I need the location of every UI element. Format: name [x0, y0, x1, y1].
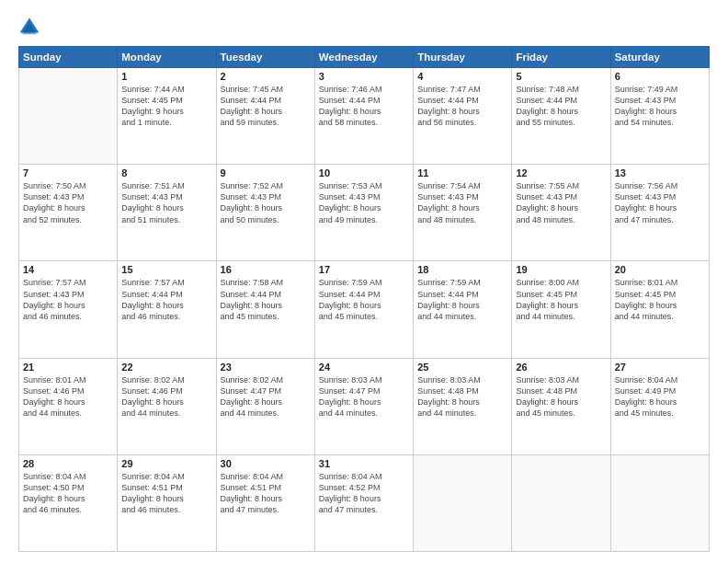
day-info: Sunrise: 7:50 AM Sunset: 4:43 PM Dayligh… — [23, 180, 113, 225]
day-number: 6 — [615, 71, 705, 82]
day-number: 30 — [221, 458, 311, 469]
calendar-cell: 26Sunrise: 8:03 AM Sunset: 4:48 PM Dayli… — [512, 358, 610, 454]
day-info: Sunrise: 8:02 AM Sunset: 4:47 PM Dayligh… — [221, 374, 311, 419]
day-header-saturday: Saturday — [610, 47, 709, 68]
calendar-cell: 21Sunrise: 8:01 AM Sunset: 4:46 PM Dayli… — [19, 358, 118, 454]
day-number: 27 — [615, 362, 705, 373]
day-info: Sunrise: 8:04 AM Sunset: 4:51 PM Dayligh… — [121, 471, 211, 516]
day-number: 10 — [319, 167, 409, 178]
day-info: Sunrise: 8:04 AM Sunset: 4:52 PM Dayligh… — [319, 471, 409, 516]
day-number: 13 — [615, 167, 705, 178]
day-info: Sunrise: 7:47 AM Sunset: 4:44 PM Dayligh… — [417, 84, 507, 129]
calendar-cell: 22Sunrise: 8:02 AM Sunset: 4:46 PM Dayli… — [118, 358, 216, 454]
day-number: 5 — [516, 71, 606, 82]
calendar-cell: 29Sunrise: 8:04 AM Sunset: 4:51 PM Dayli… — [118, 454, 216, 551]
day-number: 17 — [319, 264, 409, 275]
day-info: Sunrise: 8:03 AM Sunset: 4:48 PM Dayligh… — [417, 374, 507, 419]
calendar-week-row: 21Sunrise: 8:01 AM Sunset: 4:46 PM Dayli… — [19, 358, 710, 454]
day-info: Sunrise: 7:53 AM Sunset: 4:43 PM Dayligh… — [319, 180, 409, 225]
day-info: Sunrise: 8:01 AM Sunset: 4:46 PM Dayligh… — [23, 374, 113, 419]
calendar-week-row: 1Sunrise: 7:44 AM Sunset: 4:45 PM Daylig… — [19, 68, 710, 165]
calendar-week-row: 14Sunrise: 7:57 AM Sunset: 4:43 PM Dayli… — [19, 261, 710, 358]
day-info: Sunrise: 8:03 AM Sunset: 4:48 PM Dayligh… — [516, 374, 606, 419]
day-number: 21 — [23, 362, 113, 373]
day-info: Sunrise: 8:04 AM Sunset: 4:49 PM Dayligh… — [615, 374, 705, 419]
calendar-cell: 11Sunrise: 7:54 AM Sunset: 4:43 PM Dayli… — [414, 165, 512, 261]
calendar-cell: 25Sunrise: 8:03 AM Sunset: 4:48 PM Dayli… — [414, 358, 512, 454]
day-number: 3 — [319, 71, 409, 82]
calendar-cell: 13Sunrise: 7:56 AM Sunset: 4:43 PM Dayli… — [610, 165, 709, 261]
day-info: Sunrise: 8:00 AM Sunset: 4:45 PM Dayligh… — [516, 277, 606, 322]
calendar-cell: 5Sunrise: 7:48 AM Sunset: 4:44 PM Daylig… — [512, 68, 610, 165]
day-header-sunday: Sunday — [19, 47, 118, 68]
day-header-monday: Monday — [118, 47, 216, 68]
calendar-cell: 28Sunrise: 8:04 AM Sunset: 4:50 PM Dayli… — [19, 454, 118, 551]
day-info: Sunrise: 8:04 AM Sunset: 4:50 PM Dayligh… — [23, 471, 113, 516]
calendar-cell: 7Sunrise: 7:50 AM Sunset: 4:43 PM Daylig… — [19, 165, 118, 261]
day-number: 31 — [319, 458, 409, 469]
day-header-thursday: Thursday — [414, 47, 512, 68]
calendar-cell: 14Sunrise: 7:57 AM Sunset: 4:43 PM Dayli… — [19, 261, 118, 358]
day-header-tuesday: Tuesday — [216, 47, 314, 68]
calendar-cell: 20Sunrise: 8:01 AM Sunset: 4:45 PM Dayli… — [610, 261, 709, 358]
day-info: Sunrise: 7:52 AM Sunset: 4:43 PM Dayligh… — [221, 180, 311, 225]
day-number: 19 — [516, 264, 606, 275]
day-number: 28 — [23, 458, 113, 469]
calendar-cell — [610, 454, 709, 551]
day-number: 24 — [319, 362, 409, 373]
day-number: 15 — [121, 264, 211, 275]
day-number: 11 — [417, 167, 507, 178]
day-number: 14 — [23, 264, 113, 275]
day-info: Sunrise: 7:45 AM Sunset: 4:44 PM Dayligh… — [221, 84, 311, 129]
calendar-cell: 31Sunrise: 8:04 AM Sunset: 4:52 PM Dayli… — [314, 454, 413, 551]
calendar-header-row: SundayMondayTuesdayWednesdayThursdayFrid… — [19, 47, 710, 68]
day-number: 26 — [516, 362, 606, 373]
calendar-cell: 19Sunrise: 8:00 AM Sunset: 4:45 PM Dayli… — [512, 261, 610, 358]
calendar-cell: 4Sunrise: 7:47 AM Sunset: 4:44 PM Daylig… — [414, 68, 512, 165]
day-info: Sunrise: 7:59 AM Sunset: 4:44 PM Dayligh… — [417, 277, 507, 322]
day-info: Sunrise: 7:54 AM Sunset: 4:43 PM Dayligh… — [417, 180, 507, 225]
day-info: Sunrise: 7:56 AM Sunset: 4:43 PM Dayligh… — [615, 180, 705, 225]
day-info: Sunrise: 8:01 AM Sunset: 4:45 PM Dayligh… — [615, 277, 705, 322]
day-info: Sunrise: 8:04 AM Sunset: 4:51 PM Dayligh… — [221, 471, 311, 516]
calendar-cell: 8Sunrise: 7:51 AM Sunset: 4:43 PM Daylig… — [118, 165, 216, 261]
calendar-table: SundayMondayTuesdayWednesdayThursdayFrid… — [18, 46, 710, 552]
calendar-cell — [512, 454, 610, 551]
calendar-cell: 17Sunrise: 7:59 AM Sunset: 4:44 PM Dayli… — [314, 261, 413, 358]
day-info: Sunrise: 7:59 AM Sunset: 4:44 PM Dayligh… — [319, 277, 409, 322]
calendar-cell: 6Sunrise: 7:49 AM Sunset: 4:43 PM Daylig… — [610, 68, 709, 165]
day-info: Sunrise: 7:57 AM Sunset: 4:44 PM Dayligh… — [121, 277, 211, 322]
calendar-cell: 1Sunrise: 7:44 AM Sunset: 4:45 PM Daylig… — [118, 68, 216, 165]
day-info: Sunrise: 7:57 AM Sunset: 4:43 PM Dayligh… — [23, 277, 113, 322]
header — [18, 17, 710, 39]
day-info: Sunrise: 7:55 AM Sunset: 4:43 PM Dayligh… — [516, 180, 606, 225]
day-number: 29 — [121, 458, 211, 469]
day-number: 16 — [221, 264, 311, 275]
calendar-week-row: 7Sunrise: 7:50 AM Sunset: 4:43 PM Daylig… — [19, 165, 710, 261]
day-number: 1 — [121, 71, 211, 82]
day-number: 20 — [615, 264, 705, 275]
day-number: 2 — [221, 71, 311, 82]
calendar-cell: 2Sunrise: 7:45 AM Sunset: 4:44 PM Daylig… — [216, 68, 314, 165]
calendar-cell: 23Sunrise: 8:02 AM Sunset: 4:47 PM Dayli… — [216, 358, 314, 454]
day-header-wednesday: Wednesday — [314, 47, 413, 68]
day-number: 8 — [121, 167, 211, 178]
calendar-cell — [19, 68, 118, 165]
day-info: Sunrise: 8:03 AM Sunset: 4:47 PM Dayligh… — [319, 374, 409, 419]
calendar-week-row: 28Sunrise: 8:04 AM Sunset: 4:50 PM Dayli… — [19, 454, 710, 551]
calendar-cell: 9Sunrise: 7:52 AM Sunset: 4:43 PM Daylig… — [216, 165, 314, 261]
day-number: 7 — [23, 167, 113, 178]
day-header-friday: Friday — [512, 47, 610, 68]
calendar-cell: 10Sunrise: 7:53 AM Sunset: 4:43 PM Dayli… — [314, 165, 413, 261]
calendar-cell: 18Sunrise: 7:59 AM Sunset: 4:44 PM Dayli… — [414, 261, 512, 358]
calendar-cell: 16Sunrise: 7:58 AM Sunset: 4:44 PM Dayli… — [216, 261, 314, 358]
logo-icon — [18, 17, 40, 39]
day-info: Sunrise: 7:44 AM Sunset: 4:45 PM Dayligh… — [121, 84, 211, 129]
day-info: Sunrise: 7:58 AM Sunset: 4:44 PM Dayligh… — [221, 277, 311, 322]
day-number: 9 — [221, 167, 311, 178]
day-info: Sunrise: 7:48 AM Sunset: 4:44 PM Dayligh… — [516, 84, 606, 129]
day-info: Sunrise: 7:51 AM Sunset: 4:43 PM Dayligh… — [121, 180, 211, 225]
day-info: Sunrise: 7:49 AM Sunset: 4:43 PM Dayligh… — [615, 84, 705, 129]
day-info: Sunrise: 8:02 AM Sunset: 4:46 PM Dayligh… — [121, 374, 211, 419]
day-number: 22 — [121, 362, 211, 373]
